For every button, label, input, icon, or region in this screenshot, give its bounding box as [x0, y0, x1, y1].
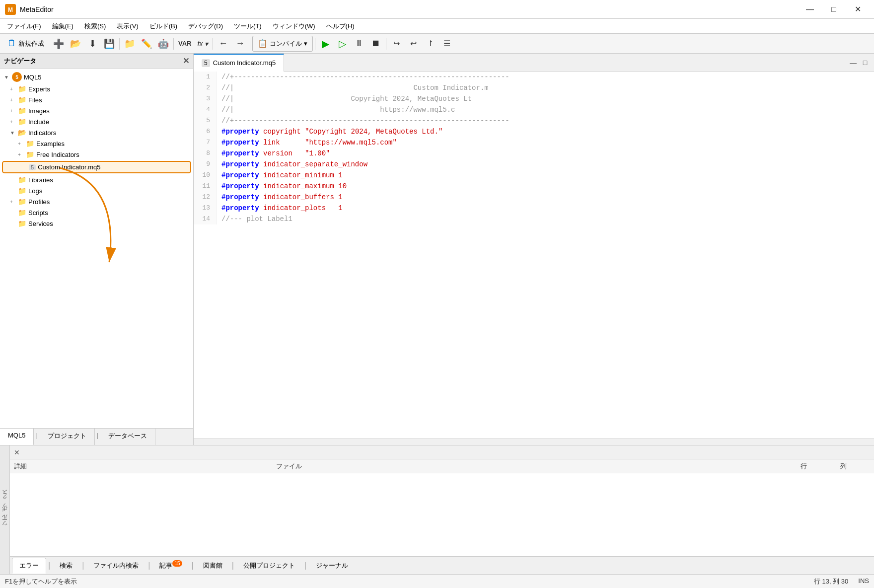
download-button[interactable]: ⬇ [84, 36, 100, 52]
menu-debug[interactable]: デバッグ(D) [183, 20, 228, 33]
bottom-tab-journal[interactable]: ジャーナル [308, 558, 356, 574]
line-content: #property indicator_buffers 1 [217, 192, 874, 203]
step-out-button[interactable]: ↾ [422, 36, 438, 52]
add-button[interactable]: ➕ [51, 36, 67, 52]
tree-examples[interactable]: + 📁 Examples [0, 138, 193, 149]
toolbar: 🗒 新規作成 ➕ 📂 ⬇ 💾 📁 ✏️ 🤖 VAR fx ▾ ← → 📋 コンパ… [0, 34, 874, 54]
expand-icon: + [10, 97, 16, 103]
status-row-col: 行 13, 列 30 [814, 577, 848, 586]
sep-2 [173, 38, 174, 50]
compile-button[interactable]: 📋 コンパイル ▾ [252, 36, 313, 52]
folder-icon: 📁 [18, 209, 26, 217]
nav-tab-mql5[interactable]: MQL5 [0, 429, 34, 445]
folder-open-icon: 📂 [18, 129, 26, 137]
tree-file-badge: 5 [29, 164, 36, 170]
maximize-button[interactable]: □ [822, 1, 845, 17]
new-file-button[interactable]: 🗒 新規作成 [2, 36, 50, 52]
editor-tab[interactable]: 5 Custom Indicator.mq5 [194, 54, 284, 72]
step-in-button[interactable]: ↪ [388, 36, 404, 52]
tree-label: Images [28, 107, 50, 115]
tree-free-indicators[interactable]: + 📁 Free Indicators [0, 149, 193, 160]
menu-tools[interactable]: ツール(T) [229, 20, 267, 33]
code-editor[interactable]: 1 //+-----------------------------------… [194, 72, 874, 438]
line-number: 6 [194, 126, 217, 137]
line-number: 1 [194, 72, 217, 82]
back-button[interactable]: ← [215, 36, 231, 52]
bottom-tab-errors[interactable]: エラー [12, 558, 46, 574]
tree-experts[interactable]: + 📁 Experts [0, 83, 193, 94]
line-number: 2 [194, 82, 217, 93]
tree-files[interactable]: + 📁 Files [0, 94, 193, 105]
tree-include[interactable]: + 📁 Include [0, 116, 193, 127]
editor-tab-bar: 5 Custom Indicator.mq5 — □ [194, 54, 874, 72]
tree-profiles[interactable]: + 📁 Profiles [0, 196, 193, 207]
bottom-close-button[interactable]: ✕ [14, 448, 20, 456]
maximize-editor-button[interactable]: □ [860, 58, 870, 68]
expand-icon: ▼ [4, 74, 10, 80]
folder-icon: 📁 [18, 187, 26, 195]
bottom-tab-file-search[interactable]: ファイル内検索 [86, 558, 146, 574]
navigator-close-button[interactable]: ✕ [183, 56, 189, 66]
close-button[interactable]: ✕ [846, 1, 869, 17]
menu-edit[interactable]: 編集(E) [47, 20, 78, 33]
bottom-panel-header: ✕ [10, 445, 874, 459]
pause-button[interactable]: ⏸ [351, 36, 367, 52]
editor-area: 5 Custom Indicator.mq5 — □ 1 //+--------… [194, 54, 874, 445]
menu-window[interactable]: ウィンドウ(W) [268, 20, 320, 33]
menu-search[interactable]: 検索(S) [79, 20, 111, 33]
minimize-button[interactable]: — [799, 1, 821, 17]
tree-scripts[interactable]: 📁 Scripts [0, 207, 193, 218]
tree-libraries[interactable]: 📁 Libraries [0, 174, 193, 185]
menu-build[interactable]: ビルド(B) [145, 20, 182, 33]
col-file-header: ファイル [276, 462, 801, 471]
open-folder-button[interactable]: 📂 [68, 36, 83, 52]
tree-label: Services [28, 220, 53, 227]
play-outline-button[interactable]: ▷ [334, 36, 350, 52]
fx-button[interactable]: fx ▾ [195, 36, 211, 52]
compile-dropdown-icon: ▾ [304, 40, 307, 47]
col-row-header: 行 [801, 462, 840, 471]
line-content: //+-------------------------------------… [217, 115, 874, 126]
step-over-button[interactable]: ↩ [405, 36, 421, 52]
expand-icon: + [18, 152, 24, 157]
tab-filename: Custom Indicator.mq5 [213, 59, 276, 67]
bottom-tab-library[interactable]: 図書館 [196, 558, 230, 574]
tree-label: Files [28, 96, 42, 104]
minimize-editor-button[interactable]: — [848, 58, 858, 68]
menu-help[interactable]: ヘルプ(H) [321, 20, 360, 33]
menu-file[interactable]: ファイル(F) [2, 20, 46, 33]
run-button[interactable]: ▶ [317, 36, 333, 52]
title-bar: M MetaEditor — □ ✕ [0, 0, 874, 19]
line-number: 10 [194, 170, 217, 181]
nav-tab-database[interactable]: データベース [100, 429, 155, 445]
tree-images[interactable]: + 📁 Images [0, 105, 193, 116]
tree-services[interactable]: 📁 Services [0, 218, 193, 229]
stop-button[interactable]: ⏹ [368, 36, 384, 52]
tree-file-label: Custom Indicator.mq5 [38, 163, 100, 171]
edit-icon-button[interactable]: ✏️ [139, 36, 154, 52]
folder-open2-button[interactable]: 📁 [122, 36, 138, 52]
bottom-content-area [10, 473, 874, 556]
tree-indicators[interactable]: ▼ 📂 Indicators [0, 127, 193, 138]
menu-view[interactable]: 表示(V) [112, 20, 143, 33]
nav-tab-project[interactable]: プロジェクト [40, 429, 95, 445]
tree-custom-indicator-file[interactable]: 5 Custom Indicator.mq5 [2, 161, 191, 173]
code-line-9: 9 #property indicator_separate_window [194, 159, 874, 170]
tree-root-mql5[interactable]: ▼ 5 MQL5 [0, 71, 193, 83]
tree-logs[interactable]: 📁 Logs [0, 185, 193, 196]
bottom-tab-articles[interactable]: 記事15 [152, 557, 189, 574]
horizontal-scrollbar[interactable] [194, 438, 874, 445]
bottom-tab-public-projects[interactable]: 公開プロジェクト [236, 558, 302, 574]
navigator-tree: ▼ 5 MQL5 + 📁 Experts + 📁 Files + 📁 Image… [0, 69, 193, 428]
robot-button[interactable]: 🤖 [155, 36, 171, 52]
tab-separator: | [190, 561, 196, 570]
forward-button[interactable]: → [232, 36, 248, 52]
var-button[interactable]: VAR [176, 36, 194, 52]
more-button[interactable]: ☰ [439, 36, 455, 52]
line-number: 5 [194, 115, 217, 126]
bottom-tab-search[interactable]: 検索 [52, 558, 80, 574]
save-button[interactable]: 💾 [101, 36, 117, 52]
compile-label: コンパイル [270, 39, 302, 48]
folder-icon: 📁 [18, 176, 26, 184]
status-right: 行 13, 列 30 INS [814, 577, 869, 586]
